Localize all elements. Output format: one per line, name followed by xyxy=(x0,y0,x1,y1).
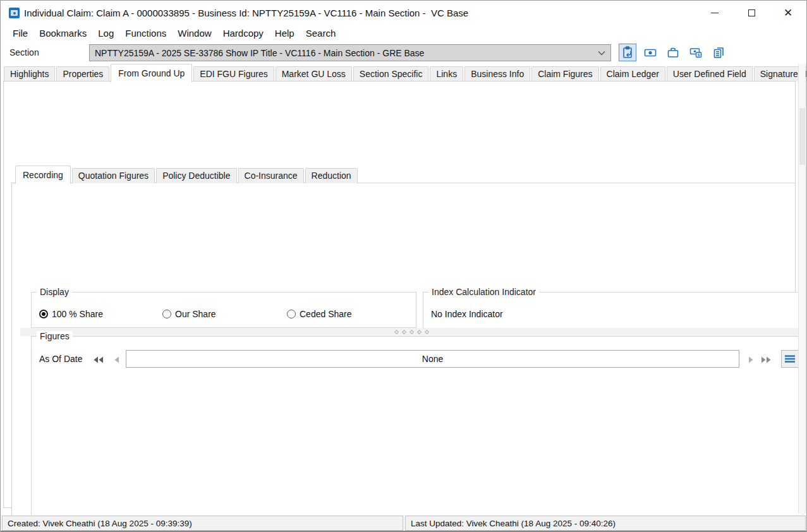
radio-100-share[interactable]: 100 % Share xyxy=(39,309,103,319)
chevron-down-icon xyxy=(598,51,605,56)
banknote-currency-icon[interactable]: s xyxy=(687,44,705,61)
app-icon xyxy=(9,8,20,18)
radio-label: Ceded Share xyxy=(300,309,352,319)
minimize-icon xyxy=(711,13,719,13)
tab-claim-ledger[interactable]: Claim Ledger xyxy=(600,66,665,82)
section-row: Section NPTTY25159A - 2025 SE-33786 Show… xyxy=(1,41,806,64)
menu-bar: FileBookmarksLogFunctionsWindowHardcopyH… xyxy=(1,25,806,41)
first-record-icon[interactable] xyxy=(92,354,105,365)
radio-icon xyxy=(287,310,296,318)
radio-our-share[interactable]: Our Share xyxy=(162,309,216,319)
as-of-date-field[interactable]: None xyxy=(126,350,739,368)
window-controls: ✕ xyxy=(696,1,806,25)
last-record-icon[interactable] xyxy=(760,354,772,365)
created-status: Created: Vivek Cheathi (18 Aug 2025 - 09… xyxy=(2,516,403,531)
close-icon: ✕ xyxy=(784,8,792,18)
subtab-policy-deductible[interactable]: Policy Deductible xyxy=(156,168,236,183)
as-of-date-label: As Of Date xyxy=(39,354,82,364)
section-toolbar: s xyxy=(619,43,727,62)
figures-groupbox: Figures As Of Date None xyxy=(31,336,803,523)
last-updated-status: Last Updated: Vivek Cheathi (18 Aug 2025… xyxy=(405,516,806,531)
as-of-date-value: None xyxy=(422,354,443,364)
title-bar: Individual Claim: Claim A - 0000033895 -… xyxy=(1,1,806,25)
hamburger-icon xyxy=(784,354,796,363)
menu-log[interactable]: Log xyxy=(92,26,119,40)
tab-market-gu-loss[interactable]: Market GU Loss xyxy=(276,66,352,82)
menu-search[interactable]: Search xyxy=(300,26,342,40)
menu-file[interactable]: File xyxy=(7,26,33,40)
menu-window[interactable]: Window xyxy=(172,26,217,40)
subtab-quotation-figures[interactable]: Quotation Figures xyxy=(72,168,155,183)
recording-page: Display 100 % ShareOur ShareCeded Share … xyxy=(11,183,796,532)
maximize-icon xyxy=(748,9,755,16)
display-groupbox: Display 100 % ShareOur ShareCeded Share xyxy=(31,292,416,328)
horizontal-splitter[interactable] xyxy=(20,328,803,336)
menu-hardcopy[interactable]: Hardcopy xyxy=(217,26,269,40)
index-group-label: Index Calculation Indicator xyxy=(428,287,539,298)
previous-record-icon[interactable] xyxy=(111,354,123,365)
tab-highlights[interactable]: Highlights xyxy=(4,66,55,82)
section-dropdown-value: NPTTY25159A - 2025 SE-33786 Show IP Titl… xyxy=(95,48,424,58)
maximize-button[interactable] xyxy=(733,1,770,25)
clipboard-paste-icon[interactable] xyxy=(619,44,636,61)
tab-properties[interactable]: Properties xyxy=(56,66,109,82)
tab-links[interactable]: Links xyxy=(430,66,463,82)
minimize-button[interactable] xyxy=(696,1,733,25)
section-label: Section xyxy=(9,47,39,57)
vertical-scrollbar-thumb[interactable] xyxy=(799,108,805,165)
figures-menu-button[interactable] xyxy=(781,350,799,368)
briefcase-icon[interactable] xyxy=(664,44,682,61)
subtab-co-insurance[interactable]: Co-Insurance xyxy=(238,168,304,183)
radio-label: 100 % Share xyxy=(52,309,103,319)
tab-section-specific[interactable]: Section Specific xyxy=(353,66,429,82)
secondary-tab-bar: RecordingQuotation FiguresPolicy Deducti… xyxy=(15,167,774,183)
radio-label: Our Share xyxy=(175,309,216,319)
figures-group-label: Figures xyxy=(37,331,73,342)
tab-claim-figures[interactable]: Claim Figures xyxy=(531,66,598,82)
close-button[interactable]: ✕ xyxy=(770,1,806,25)
menu-bookmarks[interactable]: Bookmarks xyxy=(33,26,92,40)
svg-text:s: s xyxy=(697,52,700,57)
window-title: Individual Claim: Claim A - 0000033895 -… xyxy=(24,8,468,18)
banknote-icon[interactable] xyxy=(641,44,659,61)
subtab-recording[interactable]: Recording xyxy=(15,166,71,184)
radio-ceded-share[interactable]: Ceded Share xyxy=(287,309,352,319)
tab-business-info[interactable]: Business Info xyxy=(464,66,530,82)
primary-tab-bar: HighlightsPropertiesFrom Ground UpEDI FG… xyxy=(4,64,794,82)
index-indicator-value: No Index Indicator xyxy=(431,309,503,319)
from-ground-up-panel: RecordingQuotation FiguresPolicy Deducti… xyxy=(3,81,796,508)
radio-icon xyxy=(162,310,171,318)
tab-edi-fgu-figures[interactable]: EDI FGU Figures xyxy=(193,66,274,82)
subtab-reduction[interactable]: Reduction xyxy=(305,168,358,183)
tab-user-defined-field[interactable]: User Defined Field xyxy=(667,66,753,82)
section-dropdown[interactable]: NPTTY25159A - 2025 SE-33786 Show IP Titl… xyxy=(89,44,611,61)
radio-icon xyxy=(39,310,48,318)
next-record-icon[interactable] xyxy=(744,354,757,365)
menu-help[interactable]: Help xyxy=(269,26,300,40)
status-bar: Created: Vivek Cheathi (18 Aug 2025 - 09… xyxy=(1,515,806,531)
display-group-label: Display xyxy=(37,287,72,298)
index-calculation-groupbox: Index Calculation Indicator No Index Ind… xyxy=(423,292,803,330)
tab-from-ground-up[interactable]: From Ground Up xyxy=(111,64,192,82)
menu-functions[interactable]: Functions xyxy=(119,26,172,40)
vertical-scrollbar[interactable] xyxy=(798,64,806,514)
copy-pages-icon[interactable] xyxy=(710,44,727,61)
